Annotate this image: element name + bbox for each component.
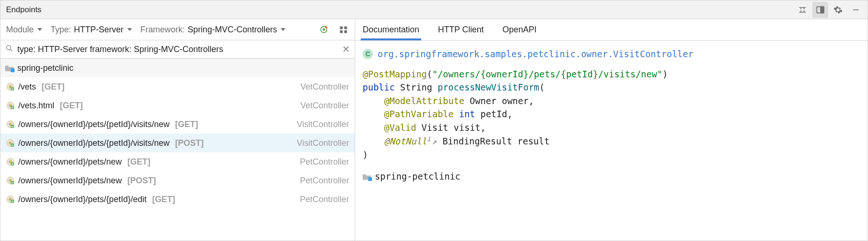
tab-openapi[interactable]: OpenAPI xyxy=(501,20,539,40)
filters-toolbar: Module Type: HTTP-Server Framework: Spri… xyxy=(0,19,355,40)
filter-framework[interactable]: Framework: Spring-MVC-Controllers xyxy=(140,25,285,35)
endpoint-controller: VetController xyxy=(300,101,349,111)
tool-window-title: Endpoints xyxy=(6,5,795,15)
chevron-down-icon xyxy=(127,28,132,31)
search-row: ✕ xyxy=(0,40,355,59)
close-icon[interactable]: ✕ xyxy=(342,44,350,55)
endpoint-controller: VisitController xyxy=(297,120,349,129)
stretch-icon[interactable] xyxy=(795,2,810,18)
svg-rect-9 xyxy=(344,30,347,33)
class-fqcn[interactable]: org.springframework.samples.petclinic.ow… xyxy=(378,47,693,61)
endpoint-method: [GET] xyxy=(152,195,175,204)
endpoint-path: /owners/{ownerId}/pets/new xyxy=(18,157,122,167)
doc-module-name: spring-petclinic xyxy=(375,170,460,183)
endpoint-icon xyxy=(6,158,15,166)
endpoint-path: /owners/{ownerId}/pets/new xyxy=(18,176,122,186)
chevron-down-icon xyxy=(37,28,42,31)
endpoint-row[interactable]: /owners/{ownerId}/pets/new[POST]PetContr… xyxy=(0,171,355,190)
endpoints-list-pane: Module Type: HTTP-Server Framework: Spri… xyxy=(0,19,355,241)
endpoint-icon xyxy=(6,195,15,203)
class-icon: C xyxy=(363,49,373,59)
split-right-icon[interactable] xyxy=(812,2,828,18)
svg-point-10 xyxy=(7,45,11,50)
endpoint-icon xyxy=(6,101,15,110)
module-group-row[interactable]: spring-petclinic xyxy=(0,59,355,77)
endpoints-list[interactable]: spring-petclinic /vets[GET]VetController… xyxy=(0,59,355,241)
svg-rect-8 xyxy=(340,30,343,33)
endpoint-row[interactable]: /owners/{ownerId}/pets/new[GET]PetContro… xyxy=(0,152,355,171)
endpoint-controller: PetController xyxy=(300,195,349,204)
details-tabs: DocumentationHTTP ClientOpenAPI xyxy=(355,19,868,41)
endpoint-method: [GET] xyxy=(60,101,83,111)
endpoint-path: /vets xyxy=(18,82,36,92)
search-icon xyxy=(5,44,14,55)
filter-type[interactable]: Type: HTTP-Server xyxy=(51,25,132,35)
endpoint-path: /owners/{ownerId}/pets/{petId}/edit xyxy=(18,195,146,204)
endpoint-icon xyxy=(6,83,15,91)
svg-point-4 xyxy=(323,29,325,31)
endpoint-method: [POST] xyxy=(127,176,156,186)
endpoint-path: /owners/{ownerId}/pets/{petId}/visits/ne… xyxy=(18,138,169,148)
endpoint-method: [GET] xyxy=(127,157,150,167)
endpoint-icon xyxy=(6,176,15,185)
svg-line-11 xyxy=(10,49,12,51)
endpoint-row[interactable]: /vets.html[GET]VetController xyxy=(0,96,355,115)
endpoint-path: /vets.html xyxy=(18,101,54,111)
group-icon[interactable] xyxy=(338,24,349,35)
endpoint-path: /owners/{ownerId}/pets/{petId}/visits/ne… xyxy=(18,120,169,129)
svg-point-5 xyxy=(325,26,328,29)
chevron-down-icon xyxy=(281,28,285,31)
endpoint-row[interactable]: /owners/{ownerId}/pets/{petId}/edit[GET]… xyxy=(0,190,355,209)
endpoint-controller: PetController xyxy=(300,176,349,186)
endpoint-controller: PetController xyxy=(300,157,349,167)
svg-rect-7 xyxy=(344,26,347,29)
endpoint-method: [GET] xyxy=(175,120,198,129)
endpoint-row[interactable]: /owners/{ownerId}/pets/{petId}/visits/ne… xyxy=(0,134,355,152)
endpoint-method: [POST] xyxy=(175,138,204,148)
details-pane: DocumentationHTTP ClientOpenAPI C org.sp… xyxy=(355,19,868,241)
minimize-icon[interactable] xyxy=(848,2,864,18)
tab-http-client[interactable]: HTTP Client xyxy=(436,20,486,40)
external-link-icon[interactable]: ↗ xyxy=(432,136,437,146)
documentation-content: C org.springframework.samples.petclinic.… xyxy=(355,41,868,190)
endpoint-controller: VisitController xyxy=(297,138,349,148)
tool-window-header: Endpoints xyxy=(0,0,868,19)
gear-icon[interactable] xyxy=(830,2,846,18)
endpoints-tool-window: Endpoints xyxy=(0,0,868,241)
signature-code: @PostMapping("/owners/{ownerId}/pets/{pe… xyxy=(363,68,860,162)
endpoint-row[interactable]: /vets[GET]VetController xyxy=(0,77,355,96)
module-name: spring-petclinic xyxy=(17,63,73,73)
search-input[interactable] xyxy=(17,45,338,54)
tab-documentation[interactable]: Documentation xyxy=(361,20,421,40)
module-icon xyxy=(5,65,14,71)
endpoint-icon xyxy=(6,139,15,147)
target-icon[interactable] xyxy=(318,24,329,35)
filter-module[interactable]: Module xyxy=(6,25,42,35)
svg-rect-6 xyxy=(340,26,343,29)
module-icon xyxy=(363,173,371,180)
endpoint-method: [GET] xyxy=(42,82,65,92)
endpoint-icon xyxy=(6,120,15,128)
endpoint-controller: VetController xyxy=(300,82,349,92)
header-actions xyxy=(795,2,864,18)
endpoint-row[interactable]: /owners/{ownerId}/pets/{petId}/visits/ne… xyxy=(0,115,355,134)
svg-rect-1 xyxy=(821,7,824,13)
